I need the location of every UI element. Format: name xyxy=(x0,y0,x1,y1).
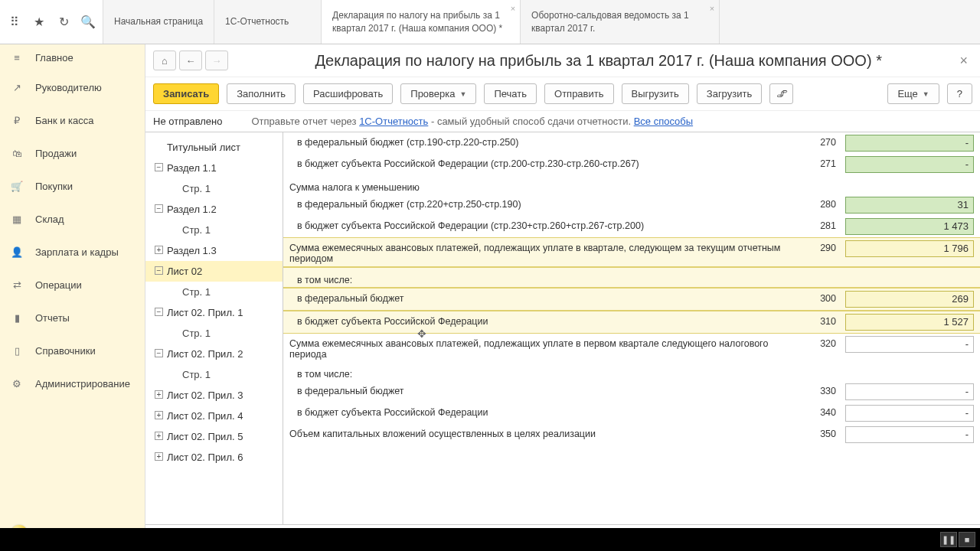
row-value-input[interactable]: - xyxy=(845,135,974,152)
tree-node[interactable]: Титульный лист xyxy=(145,137,283,158)
tree-node[interactable]: +Лист 02. Прил. 3 xyxy=(145,385,283,406)
more-button[interactable]: Еще▼ xyxy=(887,83,939,104)
send-button[interactable]: Отправить xyxy=(544,83,613,104)
tab-0[interactable]: Начальная страница xyxy=(103,0,214,44)
print-button[interactable]: Печать xyxy=(484,83,537,104)
back-button[interactable]: ← xyxy=(179,51,202,70)
tree-label: Стр. 1 xyxy=(182,286,211,298)
sidebar-item-0[interactable]: ≡Главное xyxy=(0,44,145,71)
tree-node[interactable]: −Лист 02. Прил. 1 xyxy=(145,302,283,323)
apps-icon[interactable]: ⠿ xyxy=(8,15,21,29)
tree-node[interactable]: +Лист 02. Прил. 6 xyxy=(145,447,283,468)
expand-icon[interactable]: + xyxy=(155,390,163,399)
tree-node[interactable]: +Лист 02. Прил. 5 xyxy=(145,426,283,447)
sidebar-item-8[interactable]: ▮Отчеты xyxy=(0,302,145,334)
form-row: в бюджет субъекта Российской Федерации34… xyxy=(283,403,980,424)
tree-node[interactable]: −Лист 02 xyxy=(145,261,283,282)
sidebar-item-5[interactable]: ▦Склад xyxy=(0,203,145,236)
row-code: 281 xyxy=(815,218,845,231)
tree-node[interactable]: Стр. 1 xyxy=(145,282,283,302)
fill-button[interactable]: Заполнить xyxy=(227,83,296,104)
row-value-input[interactable]: - xyxy=(845,426,974,443)
form-row: в том числе: xyxy=(283,362,980,381)
tree-node[interactable]: −Раздел 1.1 xyxy=(145,158,283,178)
star-icon[interactable]: ★ xyxy=(32,15,46,29)
tree-node[interactable]: +Раздел 1.3 xyxy=(145,240,283,261)
tree-label: Раздел 1.2 xyxy=(167,204,217,215)
tree-node[interactable]: Стр. 1 xyxy=(145,323,283,344)
collapse-icon[interactable]: − xyxy=(155,204,163,213)
sidebar-item-label: Операции xyxy=(35,279,82,291)
tree-label: Лист 02. Прил. 1 xyxy=(167,307,243,318)
row-value-input[interactable]: 1 473 xyxy=(845,218,974,235)
row-label: в бюджет субъекта Российской Федерации (… xyxy=(289,218,815,231)
expand-icon[interactable]: + xyxy=(155,411,163,419)
close-icon[interactable]: × xyxy=(511,3,515,15)
row-value-input[interactable]: - xyxy=(845,156,974,173)
row-value-input[interactable]: 269 xyxy=(845,291,974,308)
tree-node[interactable]: +Лист 02. Прил. 4 xyxy=(145,406,283,426)
tree-node[interactable]: Стр. 1 xyxy=(145,364,283,385)
stop-icon[interactable]: ■ xyxy=(959,532,975,547)
attach-button[interactable]: 🖇 xyxy=(769,83,793,104)
sidebar-item-7[interactable]: ⇄Операции xyxy=(0,269,145,302)
tree-node[interactable]: Стр. 1 xyxy=(145,220,283,240)
history-icon[interactable]: ↻ xyxy=(57,15,70,29)
row-value-input[interactable]: 1 527 xyxy=(845,314,974,331)
check-button[interactable]: Проверка▼ xyxy=(400,83,476,104)
form-row: в бюджет субъекта Российской Федерации31… xyxy=(283,311,980,334)
sidebar-item-1[interactable]: ↗Руководителю xyxy=(0,71,145,104)
home-button[interactable]: ⌂ xyxy=(153,51,176,70)
row-code: 280 xyxy=(815,197,845,210)
row-value-input[interactable]: - xyxy=(845,336,974,353)
tree-node[interactable]: −Лист 02. Прил. 2 xyxy=(145,344,283,364)
close-icon[interactable]: × xyxy=(955,53,972,69)
link-all-methods[interactable]: Все способы xyxy=(634,116,693,127)
form-row: в федеральный бюджет330- xyxy=(283,381,980,403)
collapse-icon[interactable]: − xyxy=(155,266,163,275)
sidebar-item-label: Покупки xyxy=(35,181,73,192)
expand-icon[interactable]: + xyxy=(155,432,163,440)
expand-icon[interactable]: + xyxy=(155,246,163,254)
row-value-input[interactable]: 31 xyxy=(845,197,974,214)
tree-label: Раздел 1.3 xyxy=(167,245,217,256)
row-label: в бюджет субъекта Российской Федерации (… xyxy=(289,156,815,169)
row-value-input[interactable]: 1 796 xyxy=(845,240,974,257)
row-value-input[interactable]: - xyxy=(845,405,974,422)
tree-node[interactable]: −Раздел 1.2 xyxy=(145,199,283,220)
row-value-input[interactable]: - xyxy=(845,383,974,400)
tree-node[interactable]: Стр. 1 xyxy=(145,178,283,199)
sidebar-icon: ₽ xyxy=(11,115,23,126)
help-button[interactable]: ? xyxy=(947,83,972,104)
form-row: Сумма налога к уменьшению xyxy=(283,175,980,194)
sidebar-item-9[interactable]: ▯Справочники xyxy=(0,334,145,367)
row-label: в бюджет субъекта Российской Федерации xyxy=(289,314,815,327)
sidebar-item-2[interactable]: ₽Банк и касса xyxy=(0,104,145,137)
left-sidebar: ≡Главное↗Руководителю₽Банк и касса🛍Прода… xyxy=(0,44,145,551)
sidebar-item-10[interactable]: ⚙Администрирование xyxy=(0,367,145,400)
form-row: в федеральный бюджет (стр.220+стр.250-ст… xyxy=(283,194,980,216)
sidebar-item-4[interactable]: 🛒Покупки xyxy=(0,170,145,203)
tab-2[interactable]: Декларация по налогу на прибыль за 1 ква… xyxy=(322,0,521,44)
collapse-icon[interactable]: − xyxy=(155,163,163,171)
pause-icon[interactable]: ❚❚ xyxy=(940,532,957,547)
sidebar-item-3[interactable]: 🛍Продажи xyxy=(0,137,145,170)
tab-3[interactable]: Оборотно-сальдовая ведомость за 1 кварта… xyxy=(521,0,720,44)
form-row: Сумма ежемесячных авансовых платежей, по… xyxy=(283,237,980,267)
forward-button[interactable]: → xyxy=(205,51,228,70)
link-1c-report[interactable]: 1С-Отчетность xyxy=(359,116,428,127)
collapse-icon[interactable]: − xyxy=(155,349,163,357)
import-button[interactable]: Загрузить xyxy=(697,83,762,104)
export-button[interactable]: Выгрузить xyxy=(622,83,689,104)
form-row: в том числе: xyxy=(283,267,980,288)
search-icon[interactable]: 🔍 xyxy=(81,15,95,29)
save-button[interactable]: Записать xyxy=(153,83,219,104)
tab-1[interactable]: 1С-Отчетность xyxy=(214,0,322,44)
close-icon[interactable]: × xyxy=(710,3,714,15)
expand-icon[interactable]: + xyxy=(155,452,163,461)
collapse-icon[interactable]: − xyxy=(155,308,163,316)
decode-button[interactable]: Расшифровать xyxy=(303,83,393,104)
row-label: в федеральный бюджет xyxy=(289,383,815,396)
sidebar-item-6[interactable]: 👤Зарплата и кадры xyxy=(0,236,145,269)
tree-label: Лист 02. Прил. 6 xyxy=(167,452,243,463)
